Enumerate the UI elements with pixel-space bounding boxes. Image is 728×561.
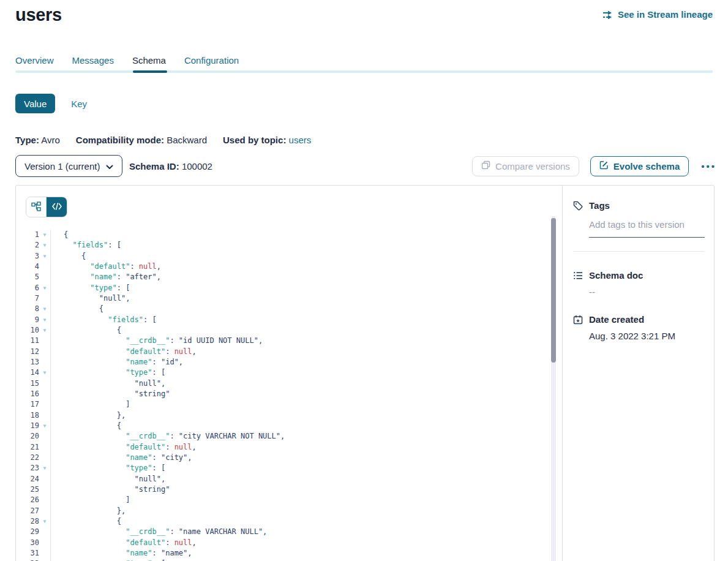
line-number: 21 — [16, 442, 39, 453]
fold-spacer — [39, 474, 50, 484]
schema-metadata-sidebar: Tags — [562, 186, 714, 561]
line-number: 25 — [16, 484, 39, 495]
line-number: 15 — [16, 378, 39, 389]
tab-messages[interactable]: Messages — [72, 55, 114, 69]
code-text: ] — [50, 399, 562, 410]
code-line: 23▼ "type": [ — [16, 463, 562, 473]
code-text: "type": [ — [50, 283, 562, 293]
fold-spacer — [39, 484, 50, 495]
code-line: 24 "null", — [16, 474, 562, 484]
tab-schema[interactable]: Schema — [132, 55, 166, 69]
line-number: 27 — [16, 506, 39, 516]
line-number: 6 — [16, 283, 39, 293]
code-text: "default": null, — [50, 262, 562, 272]
fold-toggle-icon[interactable]: ▼ — [39, 421, 50, 431]
line-number: 14 — [16, 367, 39, 378]
fold-toggle-icon[interactable]: ▼ — [39, 516, 50, 527]
code-line: 12 "default": null, — [16, 347, 562, 357]
value-toggle-button[interactable]: Value — [15, 94, 55, 113]
code-line: 28▼ { — [16, 516, 562, 527]
tab-underline — [15, 70, 713, 73]
fold-spacer — [39, 495, 50, 505]
code-line: 17 ] — [16, 399, 562, 410]
fold-spacer — [39, 272, 50, 282]
code-text: "__crdb__": "name VARCHAR NULL", — [50, 527, 562, 537]
fold-toggle-icon[interactable]: ▼ — [39, 463, 50, 473]
fold-toggle-icon[interactable]: ▼ — [39, 304, 50, 314]
list-icon — [573, 271, 583, 280]
used-by-topic-label: Used by topic: — [223, 135, 286, 145]
tab-configuration[interactable]: Configuration — [184, 55, 239, 69]
fold-toggle-icon[interactable]: ▼ — [39, 251, 50, 262]
code-text: }, — [50, 410, 562, 421]
line-number: 28 — [16, 516, 39, 527]
line-number: 29 — [16, 527, 39, 537]
compare-versions-button[interactable]: Compare versions — [472, 156, 579, 176]
toolbar-buttons: Compare versions Evolve schema ••• — [472, 156, 718, 176]
fold-toggle-icon[interactable]: ▼ — [39, 230, 50, 240]
code-line: 29 "__crdb__": "name VARCHAR NULL", — [16, 527, 562, 537]
tab-bar: OverviewMessagesSchemaConfiguration — [15, 55, 239, 69]
schema-doc-heading: Schema doc — [589, 270, 643, 280]
code-line: 20 "__crdb__": "city VARCHAR NOT NULL", — [16, 431, 562, 442]
code-line: 19▼ { — [16, 421, 562, 431]
evolve-schema-button[interactable]: Evolve schema — [590, 156, 689, 176]
code-line: 15 "null", — [16, 378, 562, 389]
code-text: "type": [ — [50, 559, 562, 561]
code-line: 21 "default": null, — [16, 442, 562, 453]
code-line: 18 }, — [16, 410, 562, 421]
page-title: users — [15, 5, 62, 25]
code-line: 22 "name": "city", — [16, 453, 562, 463]
code-text: "name": "name", — [50, 548, 562, 559]
schema-doc-heading-row: Schema doc — [573, 270, 704, 280]
line-number: 20 — [16, 431, 39, 442]
fold-toggle-icon[interactable]: ▼ — [39, 240, 50, 250]
code-line: 26 ] — [16, 495, 562, 505]
fold-spacer — [39, 548, 50, 559]
editor-scrollbar[interactable] — [551, 216, 556, 561]
fold-toggle-icon[interactable]: ▼ — [39, 367, 50, 378]
code-editor[interactable]: 1▼{2▼ "fields": [3▼ {4 "default": null,5… — [16, 227, 562, 561]
code-line: 3▼ { — [16, 251, 562, 262]
tag-icon — [573, 201, 583, 211]
line-number: 1 — [16, 230, 39, 240]
scrollbar-thumb[interactable] — [551, 218, 556, 363]
fold-spacer — [39, 389, 50, 399]
code-line: 10▼ { — [16, 325, 562, 336]
tags-heading-row: Tags — [573, 200, 704, 211]
chevron-down-icon — [106, 161, 113, 171]
code-line: 31 "name": "name", — [16, 548, 562, 559]
line-number: 32 — [16, 559, 39, 561]
code-text: "default": null, — [50, 538, 562, 548]
tags-input[interactable] — [589, 219, 705, 238]
key-toggle-button[interactable]: Key — [71, 99, 87, 109]
fold-spacer — [39, 357, 50, 367]
line-number: 17 — [16, 399, 39, 410]
fold-toggle-icon[interactable]: ▼ — [39, 283, 50, 293]
code-line: 11 "__crdb__": "id UUID NOT NULL", — [16, 336, 562, 346]
compare-versions-label: Compare versions — [495, 161, 570, 171]
fold-toggle-icon[interactable]: ▼ — [39, 559, 50, 561]
fold-toggle-icon[interactable]: ▼ — [39, 325, 50, 336]
code-text: "__crdb__": "id UUID NOT NULL", — [50, 336, 562, 346]
tab-overview[interactable]: Overview — [15, 55, 54, 69]
line-number: 7 — [16, 293, 39, 304]
stream-lineage-link[interactable]: See in Stream lineage — [602, 9, 713, 20]
code-view-button[interactable] — [47, 197, 67, 217]
fold-toggle-icon[interactable]: ▼ — [39, 315, 50, 325]
line-number: 3 — [16, 251, 39, 262]
tree-view-button[interactable] — [26, 197, 47, 217]
code-text: { — [50, 516, 562, 527]
topic-link[interactable]: users — [289, 135, 312, 145]
evolve-schema-label: Evolve schema — [614, 161, 680, 171]
fold-spacer — [39, 538, 50, 548]
compatibility-mode-value: Backward — [167, 135, 207, 145]
line-number: 18 — [16, 410, 39, 421]
schema-type-value: Avro — [41, 135, 60, 145]
line-number: 31 — [16, 548, 39, 559]
fold-spacer — [39, 453, 50, 463]
tags-section: Tags — [573, 200, 704, 238]
code-text: { — [50, 230, 562, 240]
version-select[interactable]: Version 1 (current) — [15, 155, 122, 177]
more-options-button[interactable]: ••• — [700, 161, 718, 171]
